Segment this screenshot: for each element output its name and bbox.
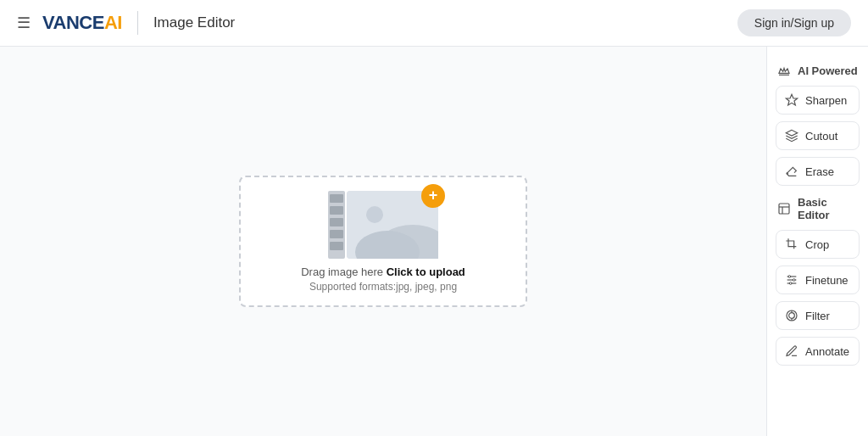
- svg-point-23: [789, 313, 795, 319]
- page-title: Image Editor: [153, 14, 235, 31]
- upload-formats: Supported formats:jpg, jpeg, png: [309, 281, 457, 293]
- svg-rect-5: [330, 242, 343, 250]
- erase-button[interactable]: Erase: [776, 157, 860, 186]
- main-layout: +: [0, 47, 868, 436]
- finetune-button[interactable]: Finetune: [776, 266, 860, 294]
- upload-plus-button[interactable]: +: [421, 184, 445, 208]
- svg-point-20: [793, 279, 795, 282]
- image-preview: +: [328, 191, 438, 259]
- crop-button[interactable]: Crop: [776, 230, 860, 259]
- logo-vance: VANCE: [42, 12, 104, 34]
- erase-icon: [785, 165, 798, 178]
- svg-rect-3: [330, 218, 343, 226]
- signin-button[interactable]: Sign in/Sign up: [737, 9, 851, 36]
- basic-editor-icon: [777, 202, 791, 215]
- filter-button[interactable]: Filter: [776, 301, 860, 330]
- header-divider: [137, 11, 138, 35]
- finetune-icon: [785, 273, 798, 287]
- annotate-button[interactable]: Annotate: [776, 337, 860, 366]
- svg-point-21: [789, 282, 792, 285]
- sidebar: AI Powered Sharpen Cutout Erase: [766, 47, 868, 436]
- crop-icon: [785, 238, 798, 251]
- svg-point-10: [366, 206, 383, 223]
- svg-rect-13: [779, 204, 789, 214]
- basic-editor-label: Basic Editor: [798, 196, 860, 221]
- sidebar-section-basic: Basic Editor: [776, 193, 860, 223]
- annotate-icon: [785, 344, 798, 358]
- ai-powered-label: AI Powered: [798, 64, 858, 77]
- svg-point-19: [788, 276, 791, 278]
- crown-icon: [777, 64, 791, 77]
- upload-dropzone[interactable]: +: [239, 176, 527, 307]
- svg-rect-2: [330, 206, 343, 215]
- header: ☰ VANCEAI Image Editor Sign in/Sign up: [0, 0, 868, 47]
- svg-rect-4: [330, 230, 343, 238]
- logo-ai: AI: [104, 12, 122, 34]
- upload-click-label: Click to upload: [387, 266, 465, 278]
- sharpen-icon: [785, 93, 798, 107]
- sidebar-section-ai: AI Powered: [776, 60, 860, 79]
- logo: VANCEAI: [42, 12, 122, 34]
- canvas-area: +: [0, 47, 766, 436]
- menu-icon[interactable]: ☰: [17, 14, 31, 32]
- svg-marker-12: [786, 94, 797, 105]
- svg-rect-1: [330, 194, 343, 203]
- filter-icon: [785, 309, 798, 322]
- cutout-icon: [785, 129, 798, 143]
- upload-drag-text: Drag image here Click to upload: [301, 266, 465, 278]
- cutout-button[interactable]: Cutout: [776, 121, 860, 150]
- sharpen-button[interactable]: Sharpen: [776, 86, 860, 115]
